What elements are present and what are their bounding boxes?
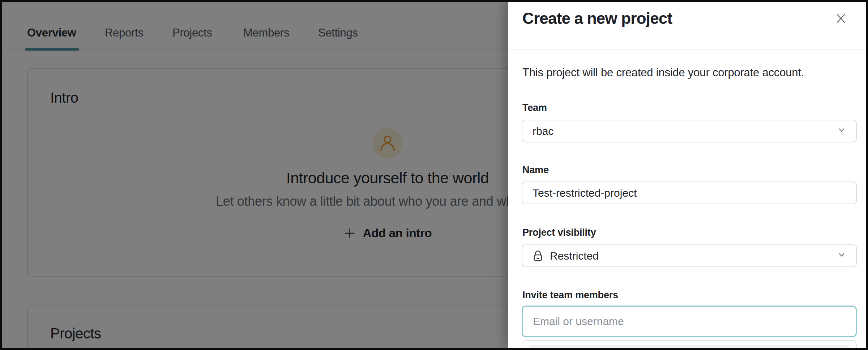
lock-icon [533, 250, 543, 262]
close-icon [835, 12, 847, 25]
suggestion-loading-skeleton [529, 345, 850, 348]
chevron-down-icon [836, 249, 847, 263]
drawer-title: Create a new project [522, 9, 672, 27]
visibility-select[interactable]: Restricted [522, 244, 857, 267]
app-window: Overview Reports Projects Members Settin… [0, 0, 868, 350]
invite-label: Invite team members [522, 290, 618, 301]
invite-members-input[interactable] [522, 306, 857, 337]
team-select-value: rbac [533, 125, 553, 137]
team-label: Team [522, 102, 547, 114]
drawer-description: This project will be created inside your… [522, 66, 804, 79]
close-button[interactable] [832, 10, 850, 27]
visibility-label: Project visibility [522, 227, 596, 238]
name-label: Name [522, 165, 549, 176]
team-select[interactable]: rbac [522, 120, 857, 142]
create-project-drawer: Create a new project This project will b… [508, 2, 866, 348]
project-name-input[interactable] [522, 182, 857, 204]
visibility-select-value: Restricted [550, 250, 599, 262]
chevron-down-icon [836, 124, 847, 138]
invite-suggestions-panel [522, 340, 857, 348]
drawer-header: Create a new project [508, 2, 866, 50]
